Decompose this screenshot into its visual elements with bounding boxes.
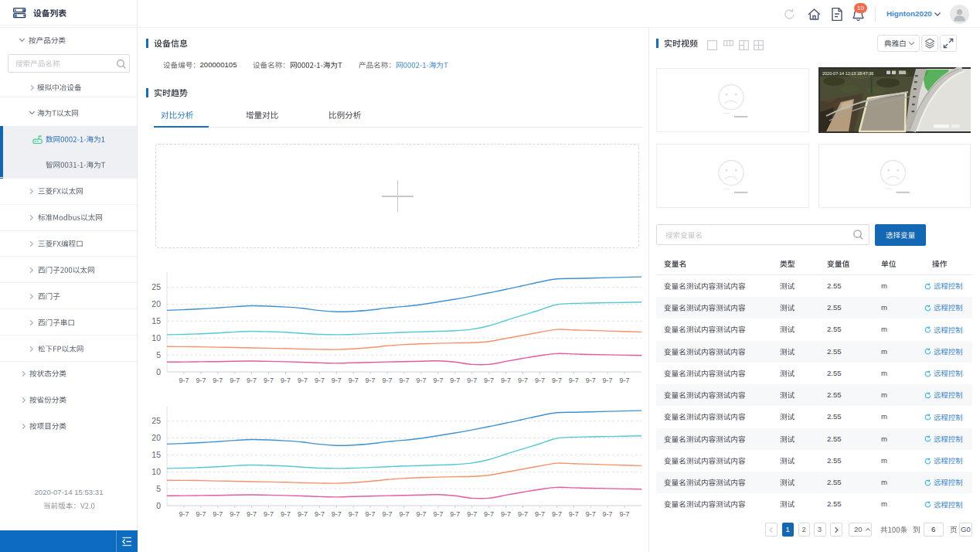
svg-text:9-7: 9-7 — [349, 510, 359, 518]
svg-text:9-7: 9-7 — [213, 510, 223, 518]
svg-text:9-7: 9-7 — [298, 377, 308, 384]
svg-text:9-7: 9-7 — [433, 377, 443, 384]
svg-text:9-7: 9-7 — [315, 377, 325, 384]
svg-text:9-7: 9-7 — [281, 510, 291, 518]
svg-text:9-7: 9-7 — [569, 377, 579, 384]
svg-text:9-7: 9-7 — [247, 377, 257, 384]
svg-text:9-7: 9-7 — [535, 377, 545, 384]
svg-text:9-7: 9-7 — [603, 377, 613, 384]
svg-text:9-7: 9-7 — [247, 510, 257, 518]
svg-text:9-7: 9-7 — [450, 510, 460, 518]
svg-text:9-7: 9-7 — [484, 510, 494, 518]
svg-text:9-7: 9-7 — [433, 510, 443, 518]
svg-text:9-7: 9-7 — [416, 377, 426, 384]
svg-text:9-7: 9-7 — [535, 510, 545, 518]
svg-text:9-7: 9-7 — [518, 510, 528, 518]
svg-text:2020-07-14 12:13 18:47:36: 2020-07-14 12:13 18:47:36 — [822, 71, 873, 76]
svg-text:9-7: 9-7 — [179, 510, 189, 518]
svg-text:9-7: 9-7 — [586, 377, 596, 384]
svg-text:9-7: 9-7 — [416, 510, 426, 518]
svg-text:15: 15 — [151, 450, 161, 459]
svg-text:9-7: 9-7 — [586, 510, 596, 518]
svg-text:9-7: 9-7 — [399, 510, 409, 518]
svg-text:20: 20 — [151, 299, 161, 308]
svg-text:9-7: 9-7 — [349, 377, 359, 384]
svg-text:15: 15 — [151, 316, 161, 325]
svg-text:9-7: 9-7 — [467, 510, 477, 518]
svg-text:5: 5 — [156, 350, 161, 359]
svg-text:9-7: 9-7 — [230, 510, 240, 518]
svg-text:25: 25 — [151, 416, 161, 425]
svg-text:9-7: 9-7 — [501, 377, 511, 384]
svg-text:9-7: 9-7 — [484, 377, 494, 384]
svg-text:9-7: 9-7 — [230, 377, 240, 384]
svg-text:9-7: 9-7 — [315, 510, 325, 518]
svg-text:9-7: 9-7 — [620, 377, 630, 384]
svg-text:9-7: 9-7 — [213, 377, 223, 384]
svg-text:0: 0 — [156, 367, 161, 377]
svg-text:9-7: 9-7 — [264, 510, 274, 518]
svg-text:9-7: 9-7 — [552, 510, 562, 518]
svg-text:9-7: 9-7 — [332, 510, 342, 518]
svg-text:9-7: 9-7 — [450, 377, 460, 384]
svg-text:9-7: 9-7 — [332, 377, 342, 384]
svg-text:25: 25 — [151, 282, 161, 291]
svg-text:9-7: 9-7 — [501, 510, 511, 518]
svg-text:20: 20 — [151, 433, 161, 442]
svg-text:9-7: 9-7 — [383, 510, 393, 518]
svg-text:9-7: 9-7 — [366, 510, 376, 518]
svg-text:9-7: 9-7 — [518, 377, 528, 384]
svg-text:10: 10 — [151, 467, 161, 476]
svg-text:0: 0 — [156, 501, 161, 510]
svg-text:9-7: 9-7 — [196, 510, 206, 518]
svg-text:9-7: 9-7 — [552, 377, 562, 384]
svg-text:9-7: 9-7 — [620, 510, 630, 518]
svg-text:9-7: 9-7 — [179, 377, 189, 384]
svg-text:9-7: 9-7 — [264, 377, 274, 384]
svg-text:9-7: 9-7 — [467, 377, 477, 384]
svg-text:10: 10 — [151, 333, 161, 342]
svg-text:9-7: 9-7 — [196, 377, 206, 384]
svg-text:5: 5 — [156, 484, 161, 493]
svg-text:9-7: 9-7 — [383, 377, 393, 384]
svg-text:9-7: 9-7 — [281, 377, 291, 384]
svg-text:9-7: 9-7 — [399, 377, 409, 384]
svg-text:9-7: 9-7 — [298, 510, 308, 518]
svg-text:9-7: 9-7 — [366, 377, 376, 384]
svg-text:9-7: 9-7 — [569, 510, 579, 518]
svg-text:9-7: 9-7 — [603, 510, 613, 518]
